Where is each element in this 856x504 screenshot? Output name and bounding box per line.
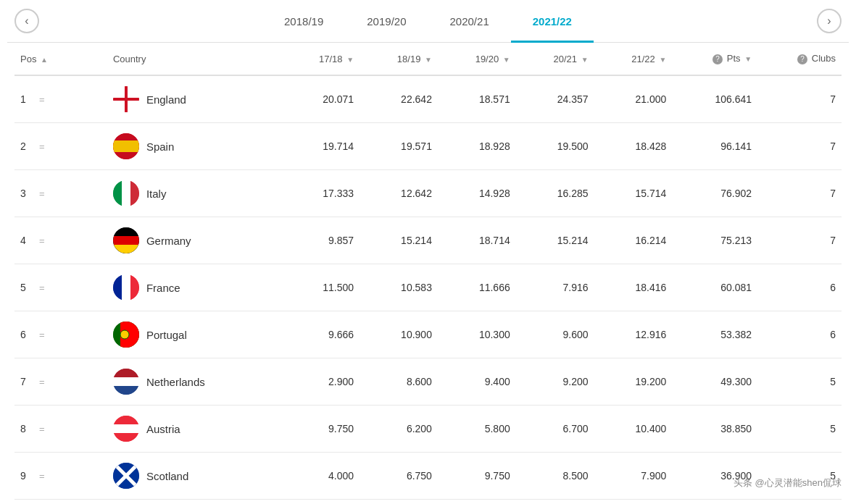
pos-change-2: = [39,188,45,199]
pos-num-1: 2 [20,140,35,152]
country-cell-1: Spain [107,123,281,170]
table-row[interactable]: 10 = Russia* 12.600 7.583 4.666 4.33 — —… [14,500,842,505]
svg-rect-23 [113,386,139,395]
pts-4: 60.081 [672,264,757,311]
table-row[interactable]: 2 = Spain 19.714 19.571 18.928 19.500 18… [14,123,842,170]
country-name-7: Austria [146,423,180,435]
y5-1: 18.428 [594,123,673,170]
y5-3: 16.214 [594,217,673,264]
col-y4[interactable]: 20/21 ▼ [516,43,594,75]
y5-7: 10.400 [594,406,673,453]
table-row[interactable]: 7 = Netherlands 2.900 8.600 9.400 9.200 … [14,358,842,406]
svg-rect-6 [113,180,122,206]
pos-num-3: 4 [20,235,35,246]
country-name-1: Spain [146,140,174,153]
col-y2-label: 18/19 [397,54,421,64]
prev-season-button[interactable]: ‹ [14,9,39,33]
y1-4: 11.500 [281,264,360,311]
table-row[interactable]: 8 = Austria 9.750 6.200 5.800 6.700 10.4… [14,406,842,453]
pos-cell-6: 7 = [14,358,107,406]
pos-cell-4: 5 = [14,264,107,311]
clubs-2: 7 [757,170,842,217]
tabs-nav: 2018/192019/202020/212021/22 [39,9,817,33]
pts-3: 75.213 [672,217,757,264]
y3-6: 9.400 [438,358,516,406]
clubs-4: 6 [757,264,842,311]
table-row[interactable]: 5 = France 11.500 10.583 11.666 7.916 18… [14,264,842,311]
clubs-help-icon[interactable]: ? [797,54,807,64]
col-clubs[interactable]: ? Clubs [757,43,842,75]
y4-sort-icon: ▼ [581,56,589,64]
y5-6: 19.200 [594,358,673,406]
pos-cell-2: 3 = [14,170,107,217]
svg-rect-2 [113,98,139,101]
col-y5[interactable]: 21/22 ▼ [594,43,673,75]
svg-rect-25 [113,416,139,424]
col-y2[interactable]: 18/19 ▼ [360,43,438,75]
country-name-3: Germany [146,235,191,247]
season-tabs-bar: ‹ 2018/192019/202020/212021/22 › [7,0,849,43]
pts-help-icon[interactable]: ? [712,54,723,64]
table-row[interactable]: 3 = Italy 17.333 12.642 14.928 16.285 15… [14,170,842,217]
table-row[interactable]: 9 = Scotland 4.000 6.750 9.750 8.500 7.9… [14,453,842,500]
pts-8: 36.900 [672,453,757,500]
table-row[interactable]: 1 = England 20.071 22.642 18.571 24.357 … [14,75,842,123]
flag-netherlands [113,369,139,395]
col-y3[interactable]: 19/20 ▼ [438,43,516,75]
col-country[interactable]: Country [107,43,281,75]
col-y1[interactable]: 17/18 ▼ [281,43,360,75]
clubs-8: 5 [757,453,842,500]
pos-cell-3: 4 = [14,217,107,264]
table-row[interactable]: 6 = Portugal 9.666 10.900 10.300 9.600 1… [14,311,842,358]
tab-2020-21[interactable]: 2020/21 [428,9,511,33]
pos-num-5: 6 [20,329,35,340]
svg-point-19 [120,330,129,339]
country-cell-9: Russia* [107,500,281,505]
next-season-button[interactable]: › [817,9,842,33]
flag-france [113,274,139,301]
y4-0: 24.357 [516,75,594,123]
country-cell-8: Scotland [107,453,281,500]
y5-8: 7.900 [594,453,673,500]
col-pos[interactable]: Pos ▲ [14,43,107,75]
col-pts[interactable]: ? Pts ▼ [672,43,757,75]
pts-2: 76.902 [672,170,757,217]
tab-2018-19[interactable]: 2018/19 [262,9,345,33]
country-cell-0: England [107,75,281,123]
svg-rect-15 [122,274,130,301]
prev-arrow-icon: ‹ [25,14,28,28]
clubs-3: 7 [757,217,842,264]
flag-scotland [113,463,139,489]
watermark: 头条 @心灵潜能shen侃球 [734,476,842,490]
y4-8: 8.500 [516,453,594,500]
y5-2: 15.714 [594,170,673,217]
flag-italy [113,180,139,206]
y3-9: 4.666 [438,500,516,505]
pos-change-8: = [39,471,45,482]
y4-4: 7.916 [516,264,594,311]
pos-change-1: = [39,141,45,152]
tab-2021-22[interactable]: 2021/22 [511,9,594,33]
clubs-9: — [757,500,842,505]
y1-8: 4.000 [281,453,360,500]
pos-num-4: 5 [20,282,35,293]
y3-3: 18.714 [438,217,516,264]
y1-0: 20.071 [281,75,360,123]
y3-7: 5.800 [438,406,516,453]
y1-7: 9.750 [281,406,360,453]
y1-sort-icon: ▼ [346,56,354,64]
pos-cell-1: 2 = [14,123,107,170]
flag-spain [113,133,139,159]
y3-8: 9.750 [438,453,516,500]
pos-change-3: = [39,235,45,246]
pts-9: — [672,500,757,505]
svg-rect-21 [113,369,139,377]
tab-2019-20[interactable]: 2019/20 [345,9,428,33]
col-y1-label: 17/18 [319,54,343,64]
col-clubs-label: Clubs [812,53,836,64]
pos-cell-9: 10 = [14,500,107,505]
country-cell-5: Portugal [107,311,281,358]
rankings-table-wrapper: Pos ▲ Country 17/18 ▼ 18/19 ▼ [7,43,849,504]
y4-6: 9.200 [516,358,594,406]
table-row[interactable]: 4 = Germany 9.857 15.214 18.714 15.214 1… [14,217,842,264]
